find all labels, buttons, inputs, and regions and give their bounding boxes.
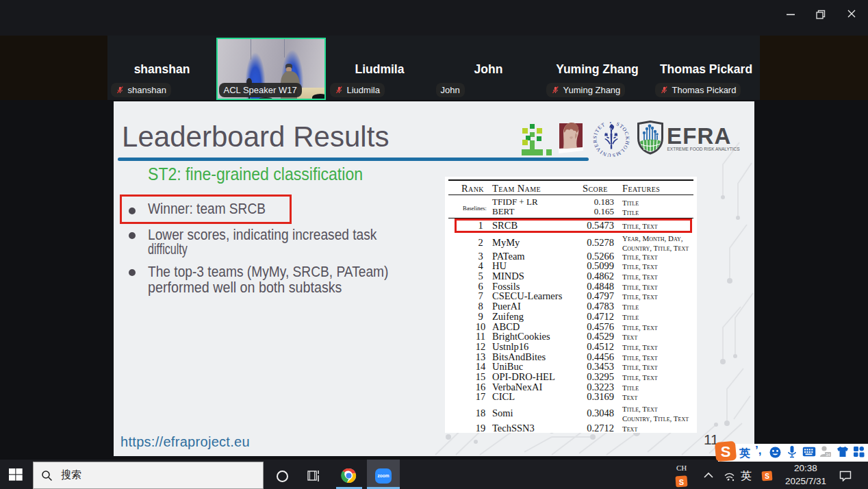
svg-text:S: S <box>679 478 684 486</box>
svg-text:EXTREME FOOD RISK ANALYTICS: EXTREME FOOD RISK ANALYTICS <box>667 147 741 151</box>
svg-text:EFRA: EFRA <box>667 123 732 149</box>
svg-text:S: S <box>765 473 769 480</box>
svg-text:34: 34 <box>826 453 830 457</box>
svg-text:S: S <box>721 443 731 460</box>
